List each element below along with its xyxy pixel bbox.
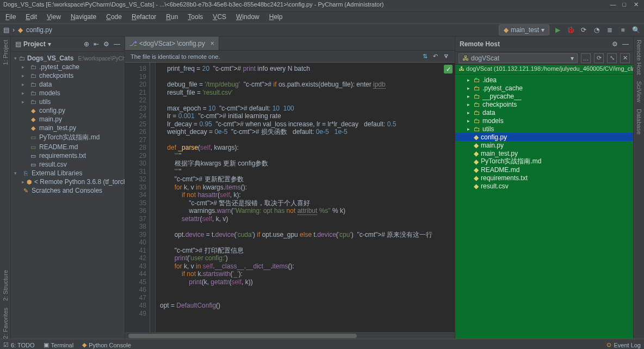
tool-project[interactable]: 1: Project: [2, 40, 9, 65]
diff-filter-icon[interactable]: ⛛: [443, 53, 449, 60]
close-icon[interactable]: ×: [210, 40, 214, 47]
tree-item[interactable]: ▸🗀checkpoints: [11, 71, 125, 80]
remote-tree-item[interactable]: ◆requirements.txt: [455, 174, 633, 182]
tree-item[interactable]: ▸🗀models: [11, 89, 125, 97]
remote-tree-item[interactable]: ◆main.py: [455, 141, 633, 149]
tree-item[interactable]: ▭PyTorch实战指南.md: [11, 132, 125, 143]
undo-icon[interactable]: ↶: [433, 53, 438, 60]
breadcrumb-file[interactable]: config.py: [26, 26, 52, 34]
remote-path[interactable]: 🖧 dogVScat (101.132.121.198:/home/julyed…: [455, 65, 633, 75]
terminal-icon: ▣: [44, 341, 49, 348]
editor-tab[interactable]: ⎇ <dogVScat> \config.py ×: [125, 36, 219, 50]
gear-icon[interactable]: ⚙: [612, 40, 618, 48]
editor-notice-text: The file is identical to remote one.: [131, 53, 220, 60]
lib-icon: ⎘: [22, 169, 29, 177]
external-libraries[interactable]: ▾ ⎘ External Libraries: [11, 169, 125, 177]
tree-item[interactable]: ▸🗀data: [11, 80, 125, 89]
menu-refactor[interactable]: Refactor: [129, 12, 158, 23]
hide-icon[interactable]: —: [114, 40, 120, 48]
right-tool-gutter: Remote Host SciView Database: [633, 36, 644, 339]
concurrency-button[interactable]: ≣: [605, 25, 615, 35]
remote-tree-item[interactable]: ◆result.csv: [455, 182, 633, 190]
close-button[interactable]: ✕: [631, 1, 641, 8]
run-config-combo[interactable]: ◆ main_test ▾: [499, 25, 549, 35]
hide-icon[interactable]: —: [622, 40, 629, 48]
todo-tab[interactable]: ☑6: TODO: [3, 341, 35, 348]
scroll-from-source-icon[interactable]: ⊕: [84, 40, 89, 48]
menu-view[interactable]: View: [45, 12, 63, 23]
tree-item[interactable]: ◆main.py: [11, 115, 125, 124]
tool-remotehost[interactable]: Remote Host: [636, 40, 642, 75]
remote-tree-item[interactable]: ▸🗀data: [455, 108, 633, 117]
tool-structure[interactable]: 2: Structure: [2, 270, 9, 301]
remote-item-label: config.py: [481, 133, 507, 141]
menu-navigate[interactable]: Navigate: [69, 12, 98, 23]
menu-window[interactable]: Window: [234, 12, 262, 23]
menu-file[interactable]: File: [3, 12, 18, 23]
tree-item-label: README.md: [39, 143, 78, 151]
code-area[interactable]: print_freq = 20 "c-cmt"># print info eve…: [156, 63, 455, 332]
remote-python[interactable]: ▸ ⬢ < Remote Python 3.6.8 (tf_torch_lear…: [11, 177, 125, 186]
run-button[interactable]: ▶: [553, 25, 562, 35]
tool-favorites[interactable]: 2: Favorites: [2, 308, 9, 339]
pyconsole-tab[interactable]: ◆Python Console: [82, 341, 131, 348]
tree-root[interactable]: ▾ 🗀 Dogs_VS_Cats E:\workspace\PyCharm\Do…: [11, 54, 125, 63]
remote-tree-item[interactable]: ◆main_test.py: [455, 149, 633, 157]
event-log-tab[interactable]: ⊙Event Log: [606, 341, 641, 348]
remote-server-combo[interactable]: 🖧 dogVScat ▾: [459, 53, 578, 63]
collapse-icon[interactable]: ⇤: [94, 40, 99, 48]
remote-tree-item[interactable]: ▸🗀models: [455, 117, 633, 125]
remote-tree-item[interactable]: ▸🗀utils: [455, 125, 633, 133]
tree-item[interactable]: ▸🗀utils: [11, 97, 125, 106]
terminal-tab[interactable]: ▣Terminal: [44, 341, 74, 348]
close-button[interactable]: ✕: [620, 53, 630, 63]
coverage-button[interactable]: ⟳: [579, 25, 589, 35]
chevron-down-icon[interactable]: ▾: [48, 40, 51, 48]
remote-tree-item[interactable]: ◆config.py: [455, 133, 633, 141]
remote-tree-item[interactable]: ▸🗀.idea: [455, 76, 633, 84]
tool-sciview[interactable]: SciView: [636, 81, 642, 102]
menu-tools[interactable]: Tools: [185, 12, 205, 23]
tool-database[interactable]: Database: [636, 109, 642, 134]
refresh-button[interactable]: ⟳: [594, 53, 604, 63]
menu-help[interactable]: Help: [267, 12, 285, 23]
menu-run[interactable]: Run: [164, 12, 180, 23]
editor-hscrollbar[interactable]: [125, 332, 455, 339]
editor-area: ⎇ <dogVScat> \config.py × The file is id…: [125, 36, 455, 339]
menu-edit[interactable]: Edit: [23, 12, 39, 23]
python-icon: ◆: [82, 341, 86, 348]
remote-tree-item[interactable]: ▸🗀.pytest_cache: [455, 84, 633, 92]
gear-icon[interactable]: ⚙: [103, 40, 109, 48]
python-icon: ◆: [504, 26, 509, 34]
md-icon: ◆: [474, 166, 479, 174]
remote-tree-item[interactable]: ▸🗀__pycache__: [455, 92, 633, 100]
remote-tree-item[interactable]: ▸🗀checkpoints: [455, 100, 633, 108]
tree-item[interactable]: ▭requirements.txt: [11, 151, 125, 160]
max-button[interactable]: □: [620, 1, 629, 8]
project-tree: ▾ 🗀 Dogs_VS_Cats E:\workspace\PyCharm\Do…: [11, 52, 125, 339]
tree-item[interactable]: ◆main_test.py: [11, 124, 125, 132]
menu-vcs[interactable]: VCS: [210, 12, 228, 23]
scratches[interactable]: ✎ Scratches and Consoles: [11, 186, 125, 195]
remote-tree-item[interactable]: ◆PyTorch实战指南.md: [455, 157, 633, 166]
min-button[interactable]: —: [608, 1, 618, 8]
debug-button[interactable]: 🐞: [566, 25, 575, 35]
remote-tree-item[interactable]: ◆README.md: [455, 166, 633, 174]
menu-code[interactable]: Code: [104, 12, 124, 23]
project-folder-icon[interactable]: ▤: [3, 26, 9, 34]
inspect-ok-icon[interactable]: ✓: [444, 65, 453, 74]
sync-icon[interactable]: ⇅: [423, 53, 428, 60]
project-panel: ▤ Project ▾ ⊕ ⇤ ⚙ — ▾ 🗀 Dogs_VS_Cats E:\…: [11, 36, 125, 339]
collapse-button[interactable]: ⤡: [607, 53, 617, 63]
tree-item[interactable]: ▭result.csv: [11, 160, 125, 169]
browse-button[interactable]: …: [581, 53, 591, 63]
tree-item[interactable]: ▸🗀.pytest_cache: [11, 63, 125, 71]
scroll-thumb[interactable]: [128, 334, 357, 338]
editor[interactable]: 1819202122232425262728293031323334353637…: [125, 63, 455, 332]
project-panel-header: ▤ Project ▾ ⊕ ⇤ ⚙ —: [11, 36, 125, 52]
search-everywhere-button[interactable]: 🔍: [631, 25, 641, 35]
tree-item[interactable]: ▭README.md: [11, 143, 125, 151]
profile-button[interactable]: ◔: [592, 25, 602, 35]
stop-button[interactable]: ■: [618, 25, 628, 35]
tree-item[interactable]: ◆config.py: [11, 106, 125, 115]
